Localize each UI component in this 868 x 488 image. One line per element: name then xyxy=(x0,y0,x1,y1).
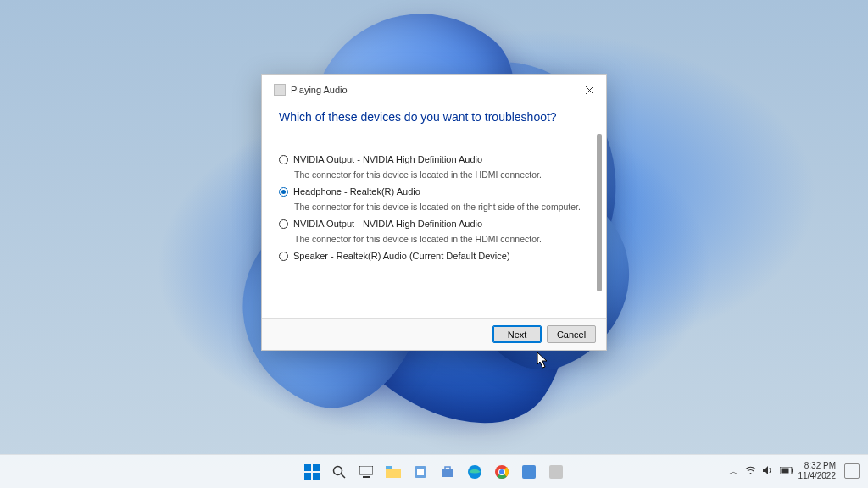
device-description: The connector for this device is located… xyxy=(294,202,589,212)
date-text: 11/4/2022 xyxy=(798,471,837,481)
edge-button[interactable] xyxy=(463,460,487,484)
svg-rect-18 xyxy=(522,465,536,479)
cancel-button[interactable]: Cancel xyxy=(547,325,596,343)
device-radio-row[interactable]: NVIDIA Output - NVIDIA High Definition A… xyxy=(279,219,589,229)
settings-icon xyxy=(414,465,427,479)
time-text: 8:32 PM xyxy=(798,461,837,471)
svg-rect-23 xyxy=(792,469,793,473)
edge-icon xyxy=(467,464,482,480)
svg-rect-6 xyxy=(359,466,373,474)
search-button[interactable] xyxy=(327,460,351,484)
device-description: The connector for this device is located… xyxy=(294,234,589,244)
device-list: NVIDIA Output - NVIDIA High Definition A… xyxy=(279,154,589,261)
svg-point-17 xyxy=(499,469,504,474)
taskview-icon xyxy=(359,466,373,478)
svg-rect-1 xyxy=(313,464,320,471)
device-radio-row[interactable]: NVIDIA Output - NVIDIA High Definition A… xyxy=(279,154,589,164)
svg-rect-8 xyxy=(386,466,392,469)
clock[interactable]: 8:32 PM 11/4/2022 xyxy=(798,461,837,481)
store-icon xyxy=(441,465,454,479)
device-label: Speaker - Realtek(R) Audio (Current Defa… xyxy=(293,251,510,261)
chevron-up-icon[interactable]: ︿ xyxy=(729,465,738,478)
device-radio-row[interactable]: Headphone - Realtek(R) Audio xyxy=(279,186,589,197)
device-item: NVIDIA Output - NVIDIA High Definition A… xyxy=(279,154,589,180)
device-label: NVIDIA Output - NVIDIA High Definition A… xyxy=(293,219,482,229)
start-button[interactable] xyxy=(300,460,324,484)
radio-button[interactable] xyxy=(279,252,288,261)
dialog-app-icon xyxy=(274,84,286,96)
radio-button[interactable] xyxy=(279,155,288,164)
tray-icons[interactable]: ︿ xyxy=(729,465,793,478)
file-explorer-button[interactable] xyxy=(381,460,405,484)
chrome-button[interactable] xyxy=(490,460,514,484)
device-radio-row[interactable]: Speaker - Realtek(R) Audio (Current Defa… xyxy=(279,251,589,261)
svg-rect-22 xyxy=(781,469,788,474)
svg-rect-2 xyxy=(304,473,311,480)
dialog-title: Playing Audio xyxy=(291,85,579,95)
store-button[interactable] xyxy=(436,460,459,484)
close-button[interactable] xyxy=(579,81,599,98)
device-item: Speaker - Realtek(R) Audio (Current Defa… xyxy=(279,251,589,261)
svg-rect-19 xyxy=(549,465,563,479)
pinned-app-1[interactable] xyxy=(517,460,541,484)
search-icon xyxy=(332,465,346,479)
troubleshoot-dialog: Playing Audio Which of these devices do … xyxy=(261,74,607,351)
folder-icon xyxy=(386,466,401,478)
pinned-app-2[interactable] xyxy=(544,460,568,484)
next-button[interactable]: Next xyxy=(492,325,542,343)
svg-rect-10 xyxy=(417,469,424,475)
chrome-icon xyxy=(494,464,509,480)
app-icon xyxy=(549,465,563,479)
dialog-titlebar: Playing Audio xyxy=(262,75,606,102)
system-tray: ︿ 8:32 PM 11/4/2022 xyxy=(729,454,860,488)
app-icon xyxy=(522,465,536,479)
radio-button[interactable] xyxy=(279,219,288,229)
taskbar: ︿ 8:32 PM 11/4/2022 xyxy=(0,454,868,488)
device-item: NVIDIA Output - NVIDIA High Definition A… xyxy=(279,219,589,244)
svg-rect-0 xyxy=(304,464,311,471)
volume-icon[interactable] xyxy=(763,465,773,477)
taskbar-center xyxy=(300,460,568,484)
settings-button[interactable] xyxy=(409,460,432,484)
taskview-button[interactable] xyxy=(354,460,378,484)
dialog-body: Which of these devices do you want to tr… xyxy=(262,102,606,318)
svg-rect-7 xyxy=(363,476,370,478)
svg-point-20 xyxy=(749,473,751,474)
dialog-question: Which of these devices do you want to tr… xyxy=(279,110,589,124)
svg-point-4 xyxy=(334,466,342,474)
dialog-footer: Next Cancel xyxy=(262,318,606,350)
notifications-button[interactable] xyxy=(844,463,860,479)
radio-button[interactable] xyxy=(279,187,288,197)
device-description: The connector for this device is located… xyxy=(294,169,589,180)
svg-rect-11 xyxy=(442,469,453,477)
wifi-icon[interactable] xyxy=(745,466,756,477)
device-label: Headphone - Realtek(R) Audio xyxy=(293,186,420,197)
device-item: Headphone - Realtek(R) AudioThe connecto… xyxy=(279,186,589,212)
svg-rect-3 xyxy=(313,473,320,480)
svg-line-5 xyxy=(342,474,346,478)
scrollbar-thumb[interactable] xyxy=(597,134,602,291)
device-label: NVIDIA Output - NVIDIA High Definition A… xyxy=(293,154,482,164)
battery-icon[interactable] xyxy=(780,466,793,476)
close-icon xyxy=(586,86,593,94)
